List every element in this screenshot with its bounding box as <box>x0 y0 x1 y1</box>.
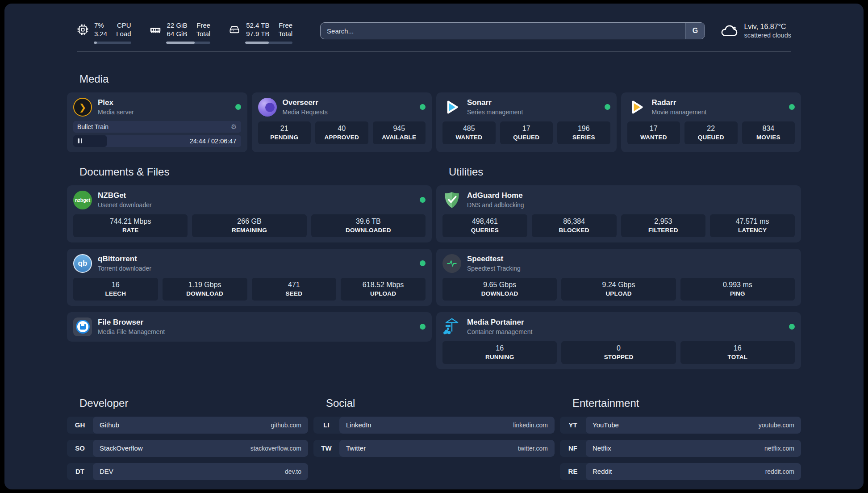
bookmark-url: stackoverflow.com <box>250 445 301 452</box>
stat-label: MOVIES <box>744 134 793 141</box>
service-name: Radarr <box>652 98 707 107</box>
service-description: Media server <box>98 109 134 116</box>
weather-widget[interactable]: Lviv, 16.87°C scattered clouds <box>720 22 791 39</box>
bookmark-linkedin[interactable]: LI LinkedIn linkedin.com <box>313 417 555 434</box>
service-description: Usenet downloader <box>98 201 152 209</box>
service-description: Movie management <box>652 109 707 116</box>
cloud-icon <box>720 23 738 38</box>
stat-value: 22 <box>686 125 736 133</box>
disk-values: 52.4 TB97.9 TB <box>246 21 269 38</box>
stat-value: 471 <box>254 281 335 289</box>
service-card-portainer[interactable]: Media Portainer Container management 16 … <box>436 312 801 369</box>
stat-value: 16 <box>444 344 555 352</box>
sonarr-icon <box>442 98 461 117</box>
service-card-nzbget[interactable]: nzbget NZBGet Usenet downloader 744.21 M… <box>67 185 432 242</box>
stat-label: UPLOAD <box>342 290 424 297</box>
disk-icon <box>228 24 241 36</box>
bookmark-dev[interactable]: DT DEV dev.to <box>67 463 308 480</box>
stat-label: FILTERED <box>623 227 704 234</box>
bookmark-group-social: Social LI LinkedIn linkedin.com TW Twitt… <box>313 397 555 480</box>
bookmark-reddit[interactable]: RE Reddit reddit.com <box>560 463 801 480</box>
bookmark-twitter[interactable]: TW Twitter twitter.com <box>313 440 555 457</box>
now-playing-title-row: Bullet Train ⚙ <box>73 121 241 133</box>
service-card-radarr[interactable]: Radarr Movie management 17 WANTED 22 QUE… <box>621 92 801 152</box>
stat-label: REMAINING <box>194 227 305 234</box>
service-card-plex[interactable]: ❯ Plex Media server Bullet Train ⚙ <box>67 92 247 152</box>
bookmark-url: youtube.com <box>759 422 794 429</box>
service-name: qBittorrent <box>98 255 151 263</box>
section-title-media: Media <box>79 73 801 85</box>
disk-labels: FreeTotal <box>278 21 292 38</box>
bookmark-url: dev.to <box>285 468 301 475</box>
stat-value: 196 <box>559 125 609 133</box>
stat-value: 39.6 TB <box>313 217 424 226</box>
bookmark-github[interactable]: GH Github github.com <box>67 417 308 434</box>
bookmark-name: YouTube <box>593 421 619 429</box>
speedtest-icon <box>442 254 461 273</box>
search-input[interactable] <box>320 22 705 39</box>
service-card-speedtest[interactable]: Speedtest Speedtest Tracking 9.65 Gbps D… <box>436 249 801 306</box>
bookmark-abbr: GH <box>67 417 93 434</box>
search-engine-button[interactable]: G <box>685 23 705 39</box>
status-dot <box>605 104 610 110</box>
now-playing-title: Bullet Train <box>77 123 108 130</box>
stat-value: 21 <box>260 125 309 133</box>
top-bar: 7%3.24 CPULoad 22 GiB64 GiB <box>77 21 791 44</box>
bookmark-url: linkedin.com <box>513 422 548 429</box>
search-bar: G <box>320 22 705 39</box>
plex-icon: ❯ <box>73 98 92 117</box>
stat-label: DOWNLOAD <box>164 290 246 297</box>
stat-value: 834 <box>744 125 793 133</box>
status-dot <box>789 324 795 330</box>
stat-label: DOWNLOAD <box>444 290 555 297</box>
stat-box: 9.24 Gbps UPLOAD <box>561 278 676 301</box>
portainer-icon <box>442 318 461 336</box>
service-card-sonarr[interactable]: Sonarr Series management 485 WANTED 17 Q… <box>436 92 617 152</box>
stat-label: RUNNING <box>444 354 555 360</box>
bookmark-netflix[interactable]: NF Netflix netflix.com <box>560 440 801 457</box>
stat-value: 9.65 Gbps <box>444 281 555 289</box>
bookmark-name: Twitter <box>346 444 366 452</box>
service-card-qbittorrent[interactable]: qb qBittorrent Torrent downloader 16 LEE… <box>67 249 432 306</box>
stat-value: 266 GB <box>194 217 305 226</box>
bookmark-youtube[interactable]: YT YouTube youtube.com <box>560 417 801 434</box>
settings-gear-icon[interactable]: ⚙ <box>231 123 237 131</box>
service-card-adguard[interactable]: AdGuard Home DNS and adblocking 498,461 … <box>436 185 801 242</box>
stat-box: 498,461 QUERIES <box>442 214 527 237</box>
stat-label: LEECH <box>75 290 156 297</box>
section-documents: Documents & Files nzbget NZBGet Usenet d… <box>67 166 432 369</box>
stat-box: 618.52 Mbps UPLOAD <box>341 278 426 301</box>
bookmark-abbr: NF <box>560 440 586 457</box>
cpu-widget: 7%3.24 CPULoad <box>77 21 131 44</box>
service-card-overseerr[interactable]: Overseerr Media Requests 21 PENDING 40 A… <box>252 92 432 152</box>
header-divider <box>77 51 791 51</box>
stat-box: 40 APPROVED <box>315 121 368 144</box>
bookmark-stackoverflow[interactable]: SO StackOverflow stackoverflow.com <box>67 440 308 457</box>
ram-values: 22 GiB64 GiB <box>167 21 188 38</box>
disk-widget: 52.4 TB97.9 TB FreeTotal <box>228 21 292 44</box>
stat-label: TOTAL <box>682 354 793 360</box>
service-name: File Browser <box>98 318 165 327</box>
status-dot <box>420 197 426 203</box>
disk-progress-bar <box>245 42 292 44</box>
stat-value: 16 <box>682 344 793 352</box>
stat-box: 47.571 ms LATENCY <box>710 214 795 237</box>
bookmark-group-title: Social <box>326 397 555 409</box>
section-title-utilities: Utilities <box>449 166 801 178</box>
stat-label: QUEUED <box>502 134 551 141</box>
service-name: Overseerr <box>283 98 328 107</box>
stat-label: QUEUED <box>686 134 736 141</box>
service-card-filebrowser[interactable]: File Browser Media File Management <box>67 312 432 342</box>
bookmark-url: twitter.com <box>518 445 548 452</box>
stat-label: STOPPED <box>563 354 674 360</box>
bookmark-abbr: YT <box>560 417 586 434</box>
stat-box: 0 STOPPED <box>561 341 676 364</box>
stat-box: 485 WANTED <box>442 121 496 144</box>
stat-value: 485 <box>444 125 494 133</box>
qbittorrent-icon: qb <box>73 254 92 273</box>
pause-icon[interactable] <box>78 138 82 143</box>
stat-box: 39.6 TB DOWNLOADED <box>311 214 426 237</box>
stat-value: 47.571 ms <box>712 217 793 226</box>
stat-value: 744.21 Mbps <box>75 217 186 226</box>
cpu-progress-bar <box>94 42 131 44</box>
